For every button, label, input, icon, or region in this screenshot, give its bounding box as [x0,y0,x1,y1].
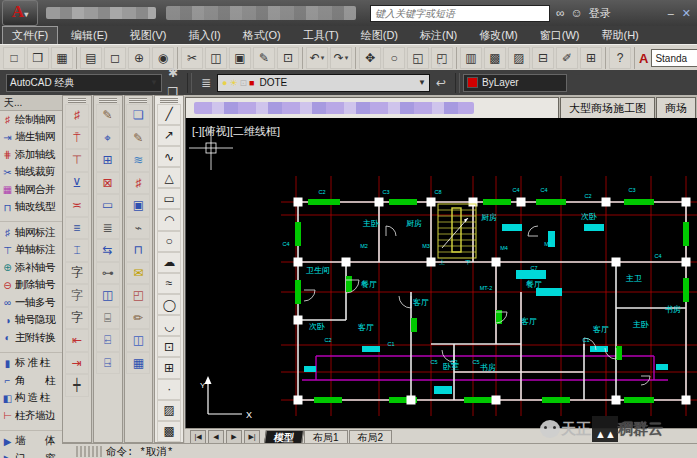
match-properties-icon[interactable]: ✎ [253,47,275,69]
close-button[interactable]: ✕ [682,7,691,20]
menu-item-3[interactable]: 插入(I) [179,27,229,44]
text-style-icon[interactable]: 字 [65,262,89,285]
edit-icon-8[interactable]: ⊶ [96,262,120,285]
plot-icon[interactable]: ▤ [80,47,102,69]
zoom-window-icon[interactable]: ◱ [407,47,429,69]
insert-block-icon[interactable]: ⊡ [157,336,181,357]
rectangle-icon[interactable]: ▭ [157,188,181,209]
brush-icon[interactable]: ✏ [126,307,150,330]
chevron-down-icon[interactable]: ▾ [345,54,349,62]
document-tab[interactable]: 商场 [656,97,696,118]
sidebar-item-merge-axis-grid[interactable]: ▦轴网合并 [0,181,62,199]
workspace-settings-icon[interactable]: ✱ [163,64,183,83]
layout-tab-模型[interactable]: 模型 [264,430,304,444]
chevron-down-icon[interactable]: ▾ [321,54,325,62]
sidebar-item-axis-linetype[interactable]: ⊓轴改线型 [0,199,62,217]
axis-icon-6[interactable]: ≡ [65,217,89,240]
sidebar-item-column-align-wall[interactable]: ⊢柱齐墙边 [0,407,62,425]
toolbar-grip-handle[interactable] [129,98,147,103]
sidebar-item-single-axis-dim[interactable]: ⊤单轴标注 [0,242,62,260]
polygon-icon[interactable]: △ [157,167,181,188]
layer-freeze-sun-icon[interactable]: ☀ [229,78,237,88]
menu-item-6[interactable]: 绘图(D) [352,27,407,44]
quick-access-toolbar-redacted[interactable] [46,7,156,19]
plot-preview-icon[interactable]: ◻ [104,47,126,69]
table-icon[interactable]: ▦ [126,352,150,375]
sidebar-item-axis-number-toggle[interactable]: ◑轴号隐现 [0,312,62,330]
publish-icon[interactable]: ⊕ [128,47,150,69]
edit-icon-2[interactable]: ⌖ [96,127,120,150]
ellipse-icon[interactable]: ◯ [157,294,181,315]
menu-item-8[interactable]: 修改(M) [470,27,527,44]
edit-icon-5[interactable]: ▭ [96,194,120,217]
spline-icon[interactable]: ≈ [157,273,181,294]
menu-item-1[interactable]: 编辑(E) [62,27,117,44]
dim-cross-icon[interactable]: ┿ [65,374,89,397]
sidebar-title[interactable]: 天... [0,95,62,111]
layout-tab-布局1[interactable]: 布局1 [304,430,348,444]
sidebar-item-wall-gen-axis[interactable]: ⇥墙生轴网 [0,129,62,147]
cut-icon[interactable]: ✂ [181,47,203,69]
toolbar-grip-handle[interactable] [68,98,86,103]
markup-set-manager-icon[interactable]: ✐ [556,47,578,69]
copy-icon[interactable]: ◫ [205,47,227,69]
layers-icon[interactable]: ≋ [126,149,150,172]
block-editor-icon[interactable]: ⊡ [277,47,299,69]
bucket-icon[interactable]: ◰ [126,284,150,307]
sidebar-item-draw-axis-grid[interactable]: ♯绘制轴网 [0,111,62,129]
layout-nav-button-1[interactable]: ◀ [208,430,224,444]
wall-icon[interactable]: ⌁ [126,217,150,240]
layers-stack-icon[interactable]: ❏ [126,104,150,127]
grid-icon[interactable]: ♯ [126,172,150,195]
toolbar-grip-handle[interactable] [160,98,178,103]
ellipse-arc-icon[interactable]: ◡ [157,315,181,336]
point-icon[interactable]: · [157,379,181,400]
layout-nav-button-2[interactable]: ▶ [226,430,242,444]
edit-icon-9[interactable]: ◫ [96,284,120,307]
quickcalc-icon[interactable]: ⊞ [580,47,602,69]
properties-icon[interactable]: ▥ [460,47,482,69]
sidebar-item-multi-axis-number[interactable]: ∞一轴多号 [0,294,62,312]
edit-icon-4[interactable]: ⊠ [96,172,120,195]
menu-item-9[interactable]: 窗口(W) [531,27,589,44]
save-icon[interactable]: ▦ [51,47,73,69]
sidebar-item-trim-axis-line[interactable]: ✂轴线裁剪 [0,164,62,182]
undo-icon[interactable]: ↶▾ [306,47,328,69]
redo-icon[interactable]: ↷▾ [330,47,352,69]
dim-left-icon[interactable]: ⇤ [65,329,89,352]
axis-icon-5[interactable]: ≍ [65,194,89,217]
layer-combo[interactable]: ●☀⊡■ DOTE ▼ [217,74,430,92]
layer-color-swatch[interactable]: ■ [249,78,254,88]
tool-palettes-icon[interactable]: ▨ [508,47,530,69]
sign-in-link[interactable]: 登录 [589,6,611,21]
make-block-icon[interactable]: ⊞ [157,357,181,378]
edit-icon-7[interactable]: ⇆ [96,239,120,262]
circle-icon[interactable]: ○ [157,231,181,252]
menu-item-4[interactable]: 格式(O) [234,27,290,44]
help-icon[interactable]: ? [609,47,631,69]
book-icon[interactable]: ◫ [126,329,150,352]
layout-nav-button-3[interactable]: ▶| [244,430,260,444]
gradient-icon[interactable]: ▩ [157,421,181,442]
command-line[interactable]: 命令: *取消* [62,443,697,458]
axis-icon-7[interactable]: ⌶ [65,239,89,262]
sidebar-item-delete-axis-number[interactable]: ⊖删除轴号 [0,277,62,295]
edit-icon-3[interactable]: ⊞ [96,149,120,172]
polyline-icon[interactable]: ∿ [157,146,181,167]
edit-icon-12[interactable]: ⍈ [96,352,120,375]
designcenter-icon[interactable]: ▩ [484,47,506,69]
layer-on-bulb-icon[interactable]: ● [222,78,227,88]
axis-icon-3[interactable]: ⊤ [65,149,89,172]
workspace-combo[interactable]: AutoCAD 经典▼ [6,74,162,92]
arc-icon[interactable]: ◠ [157,209,181,230]
edit-icon-1[interactable]: ✎ [96,104,120,127]
sidebar-item-corner-column[interactable]: ⌐角 柱 [0,372,62,390]
door-icon[interactable]: ⊓ [126,239,150,262]
active-document-tab-redacted[interactable] [185,97,559,118]
revision-cloud-icon[interactable]: ☁ [157,252,181,273]
sidebar-item-wall[interactable]: ▶墙 体 [0,433,62,451]
sidebar-item-add-axis-line[interactable]: ⋕添加轴线 [0,146,62,164]
axis-icon-4[interactable]: ⊻ [65,172,89,195]
layer-previous-icon[interactable]: ↩ [431,73,451,92]
minimize-button[interactable]: – [668,7,674,20]
